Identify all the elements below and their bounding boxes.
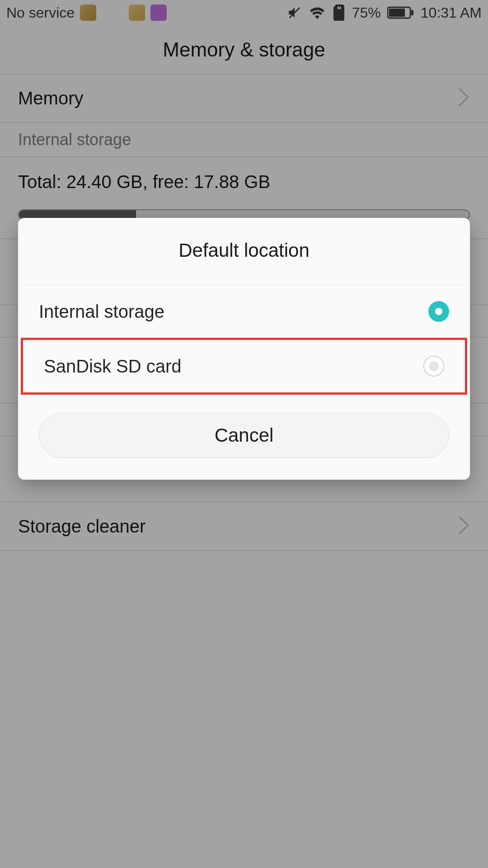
radio-selected-icon [428, 301, 449, 322]
radio-unselected-icon [423, 356, 444, 377]
option-sd-card[interactable]: SanDisk SD card [23, 340, 465, 392]
cancel-button[interactable]: Cancel [39, 413, 449, 458]
option-label: SanDisk SD card [44, 356, 182, 377]
default-location-dialog: Default location Internal storage SanDis… [18, 218, 470, 480]
cancel-label: Cancel [215, 425, 274, 446]
option-internal-storage[interactable]: Internal storage [18, 285, 470, 338]
dialog-title: Default location [18, 218, 470, 285]
option-label: Internal storage [39, 302, 164, 322]
annotation-highlight: SanDisk SD card [21, 338, 467, 395]
